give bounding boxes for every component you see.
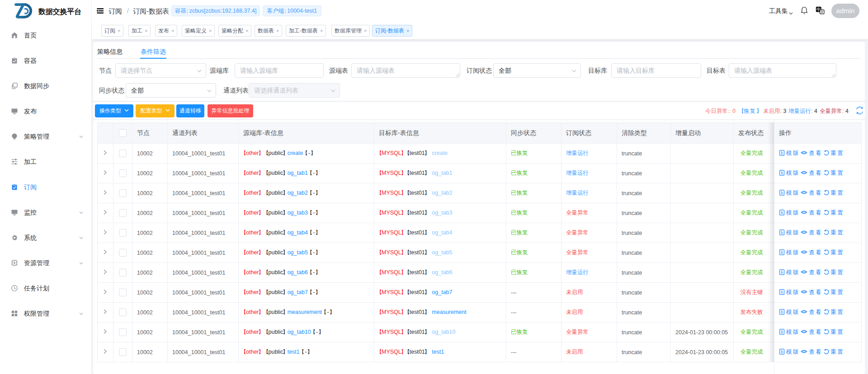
svg-text:文: 文 [821,10,824,14]
